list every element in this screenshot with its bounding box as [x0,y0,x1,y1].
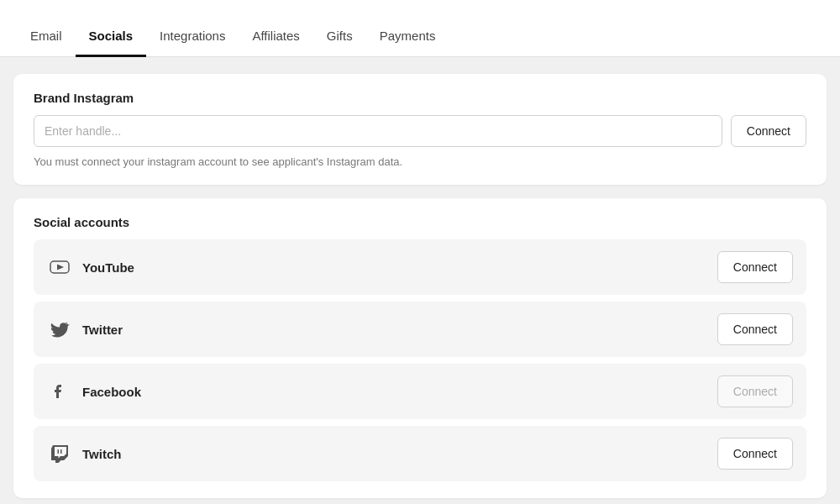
tab-affiliates[interactable]: Affiliates [239,17,312,57]
brand-instagram-card: Brand Instagram Connect You must connect… [13,74,827,185]
social-list: YouTube Connect Twitter [34,239,806,481]
twitch-label: Twitch [82,447,121,461]
youtube-connect-button[interactable]: Connect [717,251,793,283]
tab-email[interactable]: Email [17,17,76,57]
svg-rect-3 [58,449,60,454]
tab-payments[interactable]: Payments [366,17,449,57]
facebook-label: Facebook [82,385,141,399]
twitter-connect-button[interactable]: Connect [717,313,793,345]
social-accounts-title: Social accounts [34,215,806,229]
social-left-facebook: Facebook [47,379,141,404]
social-left-youtube: YouTube [47,255,134,280]
facebook-icon [47,379,72,404]
tab-gifts[interactable]: Gifts [313,17,366,57]
tab-integrations[interactable]: Integrations [146,17,239,57]
tab-bar: Email Socials Integrations Affiliates Gi… [0,0,840,57]
social-left-twitter: Twitter [47,317,123,342]
social-row-facebook: Facebook Connect [34,364,806,419]
social-row-youtube: YouTube Connect [34,239,806,295]
svg-rect-2 [60,449,62,454]
instagram-handle-input[interactable] [34,115,722,147]
facebook-connect-button: Connect [717,375,793,407]
content-area: Brand Instagram Connect You must connect… [0,57,840,504]
social-row-twitter: Twitter Connect [34,302,806,357]
social-accounts-card: Social accounts YouTube C [13,198,827,498]
brand-instagram-title: Brand Instagram [34,91,806,105]
youtube-icon [47,255,72,280]
twitter-label: Twitter [82,323,123,337]
instagram-row: Connect [34,115,806,147]
page-wrapper: Email Socials Integrations Affiliates Gi… [0,0,840,504]
social-row-twitch: Twitch Connect [34,426,806,481]
twitch-icon [47,441,72,466]
twitch-connect-button[interactable]: Connect [717,438,793,470]
twitter-icon [47,317,72,342]
tab-socials[interactable]: Socials [76,17,147,57]
instagram-connect-button[interactable]: Connect [731,115,806,147]
svg-marker-1 [57,265,64,270]
social-left-twitch: Twitch [47,441,121,466]
youtube-label: YouTube [82,260,134,275]
instagram-hint: You must connect your instagram account … [34,155,806,168]
